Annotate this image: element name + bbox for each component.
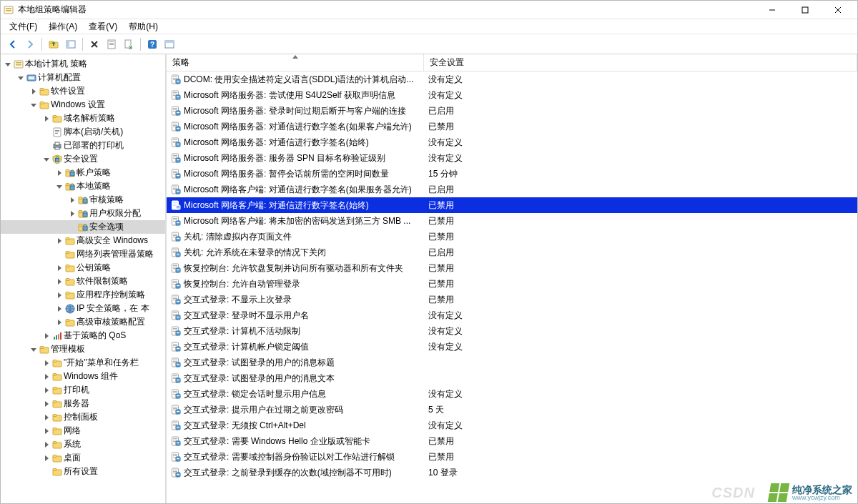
policy-row[interactable]: DCOM: 使用安全描述符定义语言(SDDL)语法的计算机启动...没有定义 [167, 71, 857, 87]
column-policy[interactable]: 策略 [167, 54, 424, 71]
expander-icon[interactable] [55, 264, 64, 272]
tree-item[interactable]: 高级审核策略配置 [1, 315, 165, 329]
tree-item[interactable]: Windows 设置 [1, 98, 165, 112]
policy-row[interactable]: 交互式登录: 之前登录到缓存的次数(域控制器不可用时)10 登录 [167, 465, 857, 480]
policy-row[interactable]: Microsoft 网络客户端: 对通信进行数字签名(始终)已禁用 [167, 197, 857, 213]
expander-icon[interactable] [42, 372, 51, 381]
policy-row[interactable]: 交互式登录: 需要域控制器身份验证以对工作站进行解锁已禁用 [167, 449, 857, 465]
list-body[interactable]: DCOM: 使用安全描述符定义语言(SDDL)语法的计算机启动...没有定义Mi… [167, 71, 857, 503]
tree-item[interactable]: 基于策略的 QoS [1, 329, 165, 342]
policy-row[interactable]: 交互式登录: 提示用户在过期之前更改密码5 天 [167, 402, 857, 417]
expander-icon[interactable] [55, 182, 64, 191]
expander-icon[interactable] [42, 114, 51, 123]
tree-item[interactable]: 应用程序控制策略 [1, 288, 165, 302]
back-button[interactable] [5, 36, 21, 52]
expander-icon[interactable] [29, 101, 38, 109]
policy-row[interactable]: 交互式登录: 锁定会话时显示用户信息没有定义 [167, 386, 857, 402]
expander-icon[interactable] [42, 440, 51, 449]
delete-button[interactable] [87, 36, 102, 52]
policy-row[interactable]: 关机: 允许系统在未登录的情况下关闭已启用 [167, 244, 857, 260]
tree-item[interactable]: IP 安全策略，在 本 [1, 302, 165, 315]
tree-item[interactable]: 脚本(启动/关机) [1, 125, 165, 139]
policy-row[interactable]: 关机: 清除虚拟内存页面文件已禁用 [167, 229, 857, 244]
tree-item[interactable]: 高级安全 Windows [1, 234, 165, 247]
expander-icon[interactable] [42, 400, 51, 408]
tree-item[interactable]: 打印机 [1, 383, 165, 397]
expander-icon[interactable] [55, 305, 64, 313]
tree-item[interactable]: 公钥策略 [1, 261, 165, 275]
expander-icon[interactable] [16, 74, 25, 82]
policy-row[interactable]: 交互式登录: 试图登录的用户的消息标题 [167, 355, 857, 370]
policy-row[interactable]: 交互式登录: 不显示上次登录已禁用 [167, 292, 857, 307]
menu-help[interactable]: 帮助(H) [123, 19, 164, 34]
help-button[interactable]: ? [144, 36, 160, 52]
policy-row[interactable]: Microsoft 网络客户端: 将未加密的密码发送到第三方 SMB ...已禁… [167, 213, 857, 229]
policy-row[interactable]: 交互式登录: 登录时不显示用户名没有定义 [167, 307, 857, 323]
tree-item[interactable]: 本地策略 [1, 179, 165, 193]
policy-row[interactable]: 交互式登录: 试图登录的用户的消息文本 [167, 370, 857, 386]
expander-icon[interactable] [42, 359, 51, 367]
policy-row[interactable]: Microsoft 网络服务器: 服务器 SPN 目标名称验证级别没有定义 [167, 150, 857, 166]
tree-item[interactable]: 软件限制策略 [1, 275, 165, 288]
tree-item[interactable]: 安全设置 [1, 152, 165, 166]
tree-item[interactable]: Windows 组件 [1, 370, 165, 383]
details-view-button[interactable] [162, 36, 177, 52]
policy-row[interactable]: Microsoft 网络服务器: 对通信进行数字签名(如果客户端允许)已禁用 [167, 119, 857, 134]
column-setting[interactable]: 安全设置 [424, 54, 857, 71]
policy-row[interactable]: 交互式登录: 计算机帐户锁定阈值没有定义 [167, 339, 857, 355]
tree-item[interactable]: 网络 [1, 424, 165, 438]
tree-item[interactable]: "开始"菜单和任务栏 [1, 356, 165, 370]
tree-item[interactable]: 安全选项 [1, 220, 165, 234]
policy-row[interactable]: Microsoft 网络服务器: 尝试使用 S4U2Self 获取声明信息没有定… [167, 87, 857, 103]
menu-action[interactable]: 操作(A) [43, 19, 83, 34]
tree-item[interactable]: 计算机配置 [1, 71, 165, 84]
tree-item[interactable]: 系统 [1, 438, 165, 451]
tree-item[interactable]: 已部署的打印机 [1, 139, 165, 152]
policy-row[interactable]: Microsoft 网络服务器: 登录时间过期后断开与客户端的连接已启用 [167, 103, 857, 119]
expander-icon[interactable] [42, 427, 51, 435]
policy-row[interactable]: Microsoft 网络服务器: 对通信进行数字签名(始终)没有定义 [167, 134, 857, 150]
tree-item[interactable]: 控制面板 [1, 410, 165, 424]
tree-item[interactable]: 帐户策略 [1, 166, 165, 179]
expander-icon[interactable] [55, 169, 64, 177]
tree-item[interactable]: 管理模板 [1, 342, 165, 356]
expander-icon[interactable] [55, 318, 64, 327]
tree-item[interactable]: 所有设置 [1, 465, 165, 478]
menu-view[interactable]: 查看(V) [83, 19, 123, 34]
forward-button[interactable] [22, 36, 38, 52]
tree-item[interactable]: 审核策略 [1, 193, 165, 207]
tree-item[interactable]: 服务器 [1, 397, 165, 410]
policy-row[interactable]: 交互式登录: 需要 Windows Hello 企业版或智能卡已禁用 [167, 433, 857, 449]
expander-icon[interactable] [55, 291, 64, 300]
policy-row[interactable]: 交互式登录: 计算机不活动限制没有定义 [167, 323, 857, 339]
expander-icon[interactable] [55, 237, 64, 245]
policy-row[interactable]: Microsoft 网络服务器: 暂停会话前所需的空闲时间数量15 分钟 [167, 166, 857, 182]
tree-item[interactable]: 用户权限分配 [1, 207, 165, 220]
tree-item[interactable]: 域名解析策略 [1, 112, 165, 125]
close-button[interactable] [822, 1, 854, 19]
menu-file[interactable]: 文件(F) [4, 19, 43, 34]
expander-icon[interactable] [42, 413, 51, 422]
show-hide-tree-button[interactable] [63, 36, 79, 52]
expander-icon[interactable] [42, 386, 51, 395]
expander-icon[interactable] [29, 87, 38, 96]
expander-icon[interactable] [42, 332, 51, 340]
policy-row[interactable]: Microsoft 网络客户端: 对通信进行数字签名(如果服务器允许)已启用 [167, 182, 857, 197]
tree-item[interactable]: 网络列表管理器策略 [1, 247, 165, 261]
policy-row[interactable]: 恢复控制台: 允许自动管理登录已禁用 [167, 276, 857, 292]
policy-row[interactable]: 交互式登录: 无须按 Ctrl+Alt+Del没有定义 [167, 417, 857, 433]
policy-row[interactable]: 恢复控制台: 允许软盘复制并访问所有驱动器和所有文件夹已禁用 [167, 260, 857, 276]
expander-icon[interactable] [29, 345, 38, 354]
expander-icon[interactable] [4, 60, 12, 69]
maximize-button[interactable] [789, 1, 822, 19]
expander-icon[interactable] [68, 196, 77, 204]
navigation-tree[interactable]: 本地计算机 策略计算机配置软件设置Windows 设置域名解析策略脚本(启动/关… [1, 54, 167, 503]
tree-item[interactable]: 桌面 [1, 451, 165, 465]
minimize-button[interactable] [756, 1, 789, 19]
tree-item[interactable]: 软件设置 [1, 84, 165, 98]
tree-item[interactable]: 本地计算机 策略 [1, 57, 165, 71]
expander-icon[interactable] [55, 277, 64, 286]
expander-icon[interactable] [68, 209, 77, 218]
expander-icon[interactable] [42, 155, 51, 164]
expander-icon[interactable] [42, 454, 51, 463]
